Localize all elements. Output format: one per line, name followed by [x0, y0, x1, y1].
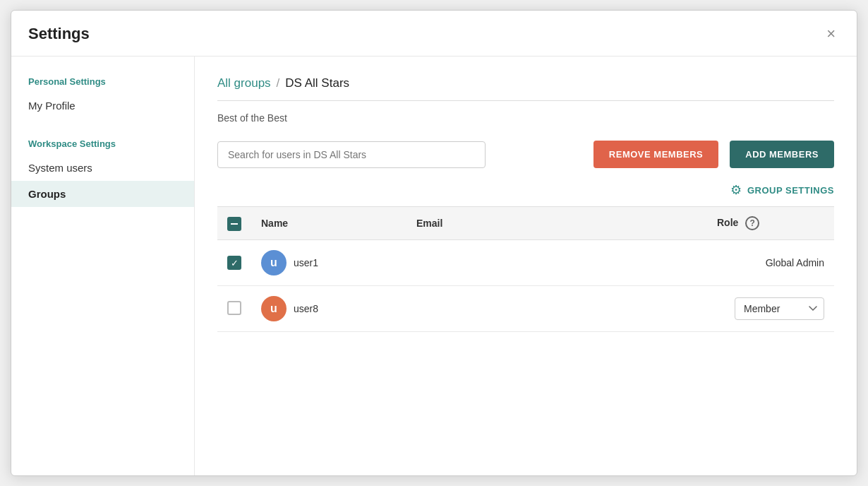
group-settings-row: ⚙ GROUP SETTINGS [217, 182, 834, 198]
row-checkbox-cell [217, 240, 251, 286]
row-email-cell [406, 286, 707, 332]
user1-role: Global Admin [766, 257, 824, 268]
user1-name: user1 [294, 257, 318, 268]
user8-role-select[interactable]: Member Admin Global Admin [735, 297, 824, 320]
table-header-row: Name Email Role ? [217, 207, 834, 240]
row-checkbox-cell [217, 286, 251, 332]
row-role-cell: Member Admin Global Admin [707, 286, 834, 332]
sidebar-item-groups[interactable]: Groups [11, 181, 194, 207]
select-all-checkbox[interactable] [227, 217, 241, 231]
add-members-button[interactable]: ADD MEMBERS [730, 141, 834, 168]
modal-body: Personal Settings My Profile Workspace S… [11, 57, 857, 475]
user8-name: user8 [294, 303, 318, 314]
personal-settings-section-label: Personal Settings [11, 76, 194, 93]
breadcrumb: All groups / DS All Stars [217, 76, 834, 90]
table-row: u user1 Global Admin [217, 240, 834, 286]
row-checkbox-user8[interactable] [227, 301, 241, 315]
sidebar-item-system-users[interactable]: System users [11, 155, 194, 181]
th-email: Email [406, 207, 707, 240]
search-input[interactable] [217, 141, 486, 168]
modal-title: Settings [28, 25, 90, 43]
breadcrumb-divider [217, 100, 834, 101]
breadcrumb-separator: / [277, 76, 280, 90]
avatar-user8: u [261, 296, 287, 321]
remove-members-button[interactable]: REMOVE MEMBERS [593, 141, 718, 168]
row-email-cell [406, 240, 707, 286]
group-settings-link[interactable]: GROUP SETTINGS [747, 185, 834, 196]
table-row: u user8 Member Admin Global Admin [217, 286, 834, 332]
avatar-user1: u [261, 250, 287, 275]
breadcrumb-current: DS All Stars [285, 76, 349, 90]
main-content: All groups / DS All Stars Best of the Be… [195, 57, 857, 475]
settings-modal: Settings × Personal Settings My Profile … [11, 10, 857, 476]
row-checkbox-user1[interactable] [227, 256, 241, 270]
workspace-settings-section-label: Workspace Settings [11, 138, 194, 155]
search-actions-row: REMOVE MEMBERS ADD MEMBERS [217, 141, 834, 168]
breadcrumb-parent-link[interactable]: All groups [217, 76, 271, 90]
th-name: Name [251, 207, 406, 240]
th-role: Role ? [707, 207, 834, 240]
row-name-cell: u user1 [251, 240, 406, 286]
sidebar: Personal Settings My Profile Workspace S… [11, 57, 195, 475]
th-checkbox [217, 207, 251, 240]
close-button[interactable]: × [822, 23, 840, 45]
row-role-cell: Global Admin [707, 240, 834, 286]
members-table: Name Email Role ? [217, 206, 834, 332]
modal-header: Settings × [11, 11, 857, 57]
sidebar-item-my-profile[interactable]: My Profile [11, 93, 194, 119]
role-help-icon[interactable]: ? [745, 216, 759, 230]
group-description: Best of the Best [217, 112, 834, 124]
gear-icon: ⚙ [730, 182, 742, 198]
row-name-cell: u user8 [251, 286, 406, 332]
